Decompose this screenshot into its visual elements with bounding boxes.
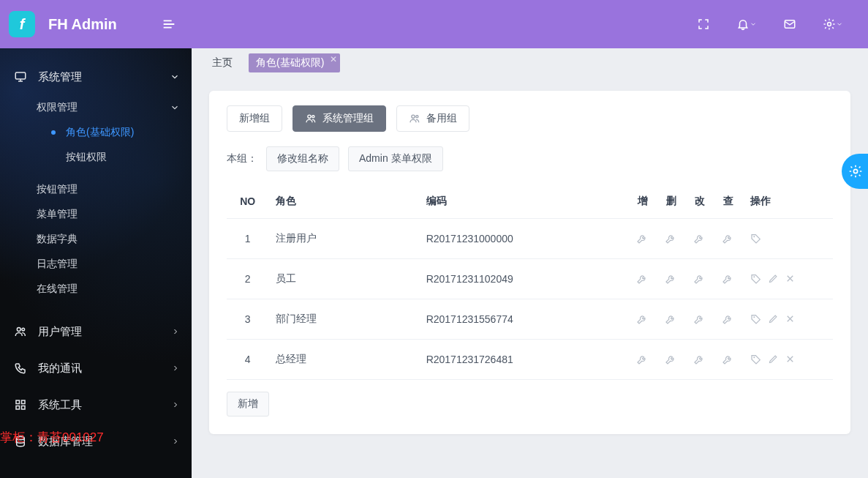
chevron-down-icon: [170, 72, 180, 82]
sidebar-item-role-base-perm[interactable]: 角色(基础权限): [39, 120, 192, 145]
perm-del-button[interactable]: [665, 354, 679, 365]
settings-menu-button[interactable]: [823, 18, 843, 31]
tabs-bar: 主页 角色(基础权限) ✕: [192, 48, 868, 78]
sidebar-item-button-perm[interactable]: 按钮权限: [39, 145, 192, 170]
col-role: 角色: [268, 184, 418, 219]
edit-button[interactable]: [768, 313, 779, 325]
cell-code: R20171231000000: [419, 219, 629, 259]
table-row: 4总经理R20171231726481: [227, 340, 833, 380]
this-group-label: 本组：: [227, 152, 257, 165]
collapse-sidebar-button[interactable]: [161, 16, 197, 32]
perm-add-button[interactable]: [636, 354, 650, 365]
cell-code: R20171231726481: [419, 340, 629, 380]
sidebar-item-button-mgmt[interactable]: 按钮管理: [25, 177, 192, 202]
sidebar-item-perm-mgmt[interactable]: 权限管理: [25, 95, 192, 120]
sidebar-item-label: 权限管理: [37, 101, 78, 114]
sidebar-item-label: 菜单管理: [37, 208, 78, 221]
perm-add-button[interactable]: [636, 313, 650, 325]
perm-edit-button[interactable]: [693, 273, 707, 285]
perm-add-button[interactable]: [636, 233, 650, 244]
tag-button[interactable]: [750, 233, 762, 244]
edit-button[interactable]: [768, 354, 779, 365]
system-group-button[interactable]: 系统管理组: [293, 105, 386, 132]
delete-button[interactable]: [785, 273, 796, 285]
sidebar-item-log-mgmt[interactable]: 日志管理: [25, 252, 192, 277]
tab-home[interactable]: 主页: [205, 53, 240, 72]
cell-code: R20171231102049: [419, 259, 629, 299]
table-row: 1注册用户R20171231000000: [227, 219, 833, 259]
ops-cell: [750, 273, 826, 285]
notifications-button[interactable]: [736, 18, 757, 31]
sidebar-item-online-mgmt[interactable]: 在线管理: [25, 277, 192, 302]
tab-close-button[interactable]: ✕: [330, 54, 337, 64]
perm-del-button[interactable]: [665, 313, 679, 325]
sidebar-item-system[interactable]: 系统管理: [0, 59, 192, 95]
logo[interactable]: f: [0, 11, 44, 37]
cell-no: 3: [227, 299, 268, 340]
delete-button[interactable]: [785, 354, 796, 365]
sidebar-item-label: 在线管理: [37, 283, 78, 296]
sidebar-item-users[interactable]: 用户管理: [0, 313, 192, 350]
cell-role: 部门经理: [268, 299, 418, 340]
col-add: 增: [629, 184, 657, 219]
gear-icon: [848, 164, 863, 179]
tag-button[interactable]: [750, 273, 762, 285]
col-code: 编码: [419, 184, 629, 219]
tab-role-base-perm[interactable]: 角色(基础权限) ✕: [249, 53, 340, 72]
ops-cell: [750, 313, 826, 325]
tag-button[interactable]: [750, 354, 762, 365]
rename-group-button[interactable]: 修改组名称: [266, 146, 339, 171]
perm-edit-button[interactable]: [693, 233, 707, 244]
hamburger-icon: [161, 16, 177, 32]
backup-group-button[interactable]: 备用组: [396, 105, 469, 132]
edit-button[interactable]: [768, 273, 779, 285]
phone-icon: [12, 362, 29, 375]
tag-button[interactable]: [750, 313, 762, 325]
table-header-row: NO 角色 编码 增 删 改 查 操作: [227, 184, 833, 219]
database-icon: [12, 435, 29, 448]
bell-icon: [736, 18, 750, 31]
content-area: 主页 角色(基础权限) ✕ 新增组 系统管理组 备用组 本组： 修改组名称 Ad…: [192, 0, 868, 478]
perm-del-button[interactable]: [665, 273, 679, 285]
perm-view-button[interactable]: [722, 313, 736, 325]
perm-edit-button[interactable]: [693, 313, 707, 325]
users-icon: [409, 113, 420, 124]
sidebar-item-database[interactable]: 数据库管理: [0, 423, 192, 460]
sidebar-item-label: 数据字典: [37, 233, 78, 246]
cell-role: 员工: [268, 259, 418, 299]
logo-icon: f: [9, 11, 35, 37]
tab-label: 角色(基础权限): [256, 56, 324, 68]
sidebar-item-comm[interactable]: 我的通讯: [0, 350, 192, 386]
perm-edit-button[interactable]: [693, 354, 707, 365]
perm-del-button[interactable]: [665, 233, 679, 244]
cell-code: R20171231556774: [419, 299, 629, 340]
add-group-button[interactable]: 新增组: [227, 105, 282, 132]
users-icon: [305, 113, 317, 124]
fullscreen-icon: [697, 18, 710, 31]
messages-button[interactable]: [783, 18, 796, 31]
bullet-icon: [51, 130, 56, 135]
sidebar-item-menu-mgmt[interactable]: 菜单管理: [25, 202, 192, 227]
sidebar-item-data-dict[interactable]: 数据字典: [25, 227, 192, 252]
cell-role: 总经理: [268, 340, 418, 380]
delete-button[interactable]: [785, 313, 796, 325]
group-toolbar: 新增组 系统管理组 备用组: [227, 105, 833, 132]
admin-menu-perm-button[interactable]: Admin 菜单权限: [348, 146, 443, 171]
fullscreen-button[interactable]: [697, 18, 710, 31]
perm-add-button[interactable]: [636, 273, 650, 285]
perm-view-button[interactable]: [722, 233, 736, 244]
sidebar-item-label: 用户管理: [38, 325, 82, 339]
ops-cell: [750, 233, 826, 244]
sidebar-item-tools[interactable]: 系统工具: [0, 386, 192, 423]
group-actions: 本组： 修改组名称 Admin 菜单权限: [227, 146, 833, 171]
perm-view-button[interactable]: [722, 273, 736, 285]
col-del: 删: [657, 184, 686, 219]
add-role-button[interactable]: 新增: [227, 392, 269, 417]
chevron-down-icon: [836, 20, 843, 28]
sidebar-item-label: 我的通讯: [38, 362, 82, 376]
perm-view-button[interactable]: [722, 354, 736, 365]
mail-icon: [783, 18, 796, 31]
sidebar-item-label: 系统工具: [38, 398, 82, 412]
table-row: 3部门经理R20171231556774: [227, 299, 833, 340]
cell-no: 1: [227, 219, 268, 259]
